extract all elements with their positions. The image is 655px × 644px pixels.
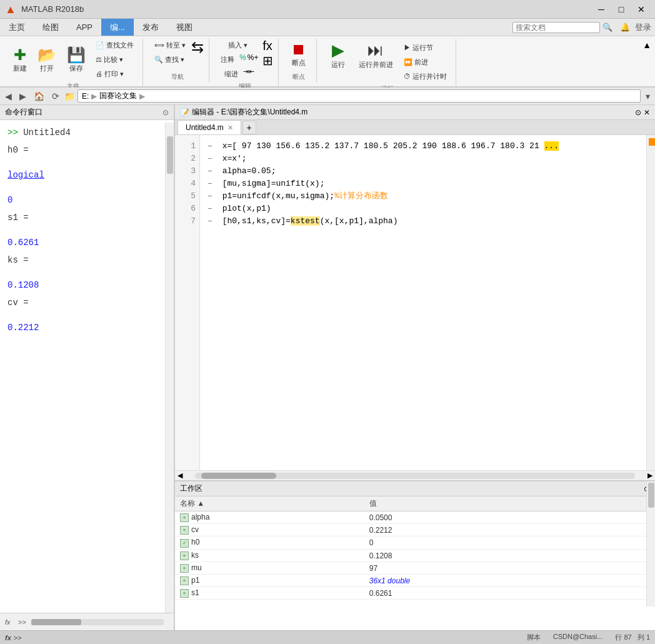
login-button[interactable]: 登录 — [635, 22, 651, 33]
hscroll-left[interactable]: ◀ — [175, 471, 185, 480]
bell-icon[interactable]: 🔔 — [620, 23, 630, 32]
nav-forward-button[interactable]: ▶ — [17, 90, 29, 103]
ribbon-save-button[interactable]: 💾 保存 — [62, 44, 90, 75]
nav-refresh-button[interactable]: ⟳ — [49, 90, 62, 103]
editor-close-icon[interactable]: ✕ — [644, 108, 650, 117]
table-row[interactable]: +cv 0.2212 — [175, 524, 655, 536]
code-editor[interactable]: – x=[ 97 130 156.6 135.2 137.7 180.5 205… — [200, 135, 646, 470]
workspace-scrollbar[interactable] — [646, 481, 655, 606]
editor-header-icon: 📝 — [180, 108, 189, 117]
panel-collapse-icon[interactable]: ⊙ — [162, 108, 169, 117]
table-row[interactable]: +s1 0.6261 — [175, 587, 655, 600]
nav-up-button[interactable]: 🏠 — [31, 90, 47, 103]
minimize-button[interactable]: ─ — [592, 3, 610, 16]
ribbon-collapse-button[interactable]: ▲ — [642, 40, 651, 50]
var-name-ks: +ks — [175, 550, 364, 562]
run-icon: ▶ — [332, 41, 344, 60]
cmd-hscroll-thumb — [31, 619, 81, 625]
ribbon-group-nav: ⟺ 转至 ▾ 🔍 查找 ▾ ⇆ 导航 — [146, 39, 209, 83]
menu-item-home[interactable]: 主页 — [0, 19, 34, 36]
menu-item-publish[interactable]: 发布 — [134, 19, 168, 36]
ribbon-goto-button[interactable]: ⟺ 转至 ▾ — [151, 39, 189, 52]
address-go-button[interactable]: ▾ — [643, 90, 652, 103]
workspace-panel: 工作区 ⊙ 名称 ▲ 值 — [175, 480, 655, 630]
table-row[interactable]: +mu 97 — [175, 562, 655, 575]
ribbon-findfile-button[interactable]: 📄 查找文件 — [92, 39, 138, 52]
var-value-p1: 36x1 double — [364, 575, 608, 587]
cmd-hscroll[interactable] — [31, 619, 164, 625]
toolbar-bar: ◀ ▶ 🏠 ⟳ 📁 E: ▶ 国赛论文集 ▶ ▾ — [0, 88, 655, 105]
code-line-2: – x=x'; — [208, 153, 639, 165]
ribbon-run-extra: ▶ 运行节 ⏩ 前进 ⏱ 运行并计时 — [400, 41, 451, 83]
var-icon-cv: + — [180, 526, 189, 535]
status-fx-icon: fx — [5, 634, 11, 641]
table-row[interactable]: ✓h0 0 — [175, 536, 655, 550]
editor-hscroll[interactable]: ◀ ▶ — [175, 470, 655, 480]
table-row[interactable]: +alpha 0.0500 — [175, 511, 655, 524]
ribbon-find-button[interactable]: 🔍 查找 ▾ — [151, 53, 189, 66]
search-input[interactable] — [512, 22, 600, 33]
ribbon-nav-btns: ⟺ 转至 ▾ 🔍 查找 ▾ — [151, 39, 189, 66]
var-name-alpha: +alpha — [175, 511, 364, 524]
workspace-table[interactable]: 名称 ▲ 值 +alpha 0.0500 — [175, 496, 655, 630]
table-row[interactable]: +p1 36x1 double — [175, 575, 655, 587]
menu-item-plot[interactable]: 绘图 — [34, 19, 68, 36]
ribbon-runsection-button[interactable]: ▶ 运行节 — [400, 41, 451, 54]
address-drive: E: — [82, 92, 89, 101]
table-row[interactable]: +ks 0.1208 — [175, 550, 655, 562]
folder-icon: 📁 — [64, 91, 75, 101]
cmd-s1-value: 0.6261 — [8, 238, 166, 248]
cmd-logical-link[interactable]: logical — [8, 170, 166, 180]
cmd-scrollbar[interactable] — [165, 123, 174, 613]
nav-back-button[interactable]: ◀ — [2, 90, 14, 103]
command-window-content[interactable]: >> Untitled4 h0 = logical 0 s1 = — [0, 120, 174, 613]
code-line-7: – [h0,s1,ks,cv]=kstest(x,[x,p1],alpha) — [208, 215, 639, 228]
hscroll-right[interactable]: ▶ — [645, 471, 655, 480]
menu-item-edit[interactable]: 编... — [101, 19, 134, 36]
title-bar-controls: ─ □ ✕ — [592, 3, 650, 16]
cmd-h0-var: h0 = — [8, 145, 166, 155]
tab-add-button[interactable]: + — [242, 121, 256, 134]
code-area: 1 2 3 4 5 6 7 – x=[ 97 130 156.6 135.2 1… — [175, 135, 655, 470]
ribbon-runtimed-button[interactable]: ⏱ 运行并计时 — [400, 70, 451, 83]
close-button[interactable]: ✕ — [632, 3, 650, 16]
ribbon-indent-button[interactable]: 缩进 — [221, 68, 242, 81]
menu-item-view[interactable]: 视图 — [168, 19, 201, 36]
cmd-prompt-symbol: >> — [8, 128, 18, 138]
ribbon-compare-button[interactable]: ⚖ 比较 ▾ — [92, 53, 138, 66]
fx-icon: fx — [262, 39, 272, 53]
ribbon-run-button[interactable]: ▶ 运行 — [324, 39, 352, 71]
tab-untitled4[interactable]: Untitled4.m ✕ — [178, 120, 241, 134]
ribbon-collapse: ▲ — [642, 39, 651, 50]
ribbon-breakpoint-button[interactable]: ⏹ 断点 — [286, 39, 311, 69]
comment-text: %计算分布函数 — [334, 191, 388, 201]
ribbon-advance-button[interactable]: ⏩ 前进 — [400, 56, 451, 69]
ribbon-run-advance-button[interactable]: ⏭ 运行并前进 — [354, 39, 398, 71]
var-icon-ks: + — [180, 551, 189, 560]
menu-item-app[interactable]: APP — [68, 19, 101, 36]
ribbon-print-button[interactable]: 🖨 打印 ▾ — [92, 68, 138, 81]
hscroll-track[interactable] — [195, 473, 635, 479]
var-icon-s1: + — [180, 589, 189, 598]
col-value[interactable]: 值 — [364, 496, 608, 511]
editor-v-scrollbar[interactable] — [646, 135, 655, 470]
editor-header: 📝 编辑器 - E:\国赛论文集\Untitled4.m ⊙ ✕ — [175, 105, 655, 120]
status-bar: fx >> 脚本 CSDN@Chasi... 行 87 列 1 — [0, 630, 655, 644]
cmd-input: Untitled4 — [23, 128, 71, 138]
ribbon-fx-area: fx ⊞ — [262, 39, 273, 68]
ribbon-insert-button[interactable]: 插入 ▾ — [224, 39, 251, 52]
ribbon-comment-button[interactable]: 注释 — [217, 53, 238, 66]
open-icon: 📂 — [38, 46, 56, 64]
ribbon-new-button[interactable]: ✚ 新建 — [9, 44, 31, 75]
var-name-cv: +cv — [175, 524, 364, 536]
editor-expand-icon[interactable]: ⊙ — [635, 108, 641, 117]
new-icon: ✚ — [14, 46, 26, 64]
ribbon-open-button[interactable]: 📂 打开 — [33, 44, 61, 75]
address-bar[interactable]: E: ▶ 国赛论文集 ▶ — [78, 89, 641, 103]
app-container: ▲ MATLAB R2018b ─ □ ✕ 主页 绘图 APP 编... 发布 … — [0, 0, 655, 644]
col-name[interactable]: 名称 ▲ — [175, 496, 364, 511]
tab-close-button[interactable]: ✕ — [228, 124, 233, 132]
fx2-icon: ⊞ — [262, 53, 273, 68]
maximize-button[interactable]: □ — [612, 3, 630, 16]
ribbon-breakpoint-label: 断点 — [292, 71, 305, 81]
